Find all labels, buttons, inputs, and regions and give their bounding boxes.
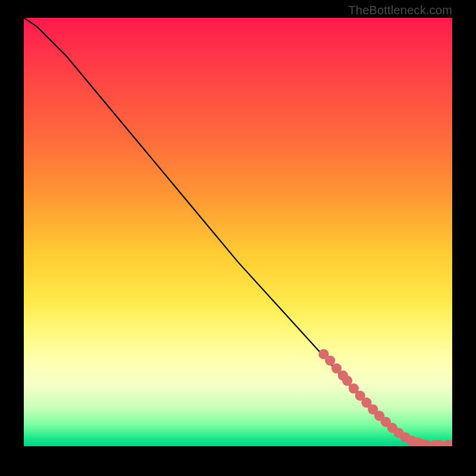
- curve-line: [24, 18, 452, 445]
- plot-area: [24, 18, 452, 446]
- watermark-text: TheBottleneck.com: [348, 4, 452, 17]
- marker-group: [318, 349, 452, 446]
- chart-frame: TheBottleneck.com: [0, 0, 476, 476]
- chart-svg: [24, 18, 452, 446]
